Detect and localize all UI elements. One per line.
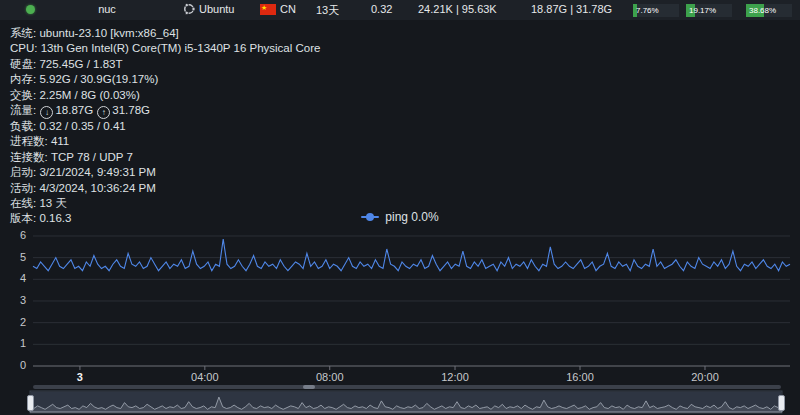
gauge-label: 19.17% (689, 4, 716, 17)
scrollbar-thumb[interactable] (303, 385, 315, 389)
data-zoom-navigator[interactable] (30, 391, 782, 413)
navigator-left-handle[interactable] (27, 395, 34, 411)
info-line: 启动: 3/21/2024, 9:49:31 PM (10, 165, 320, 180)
info-line: 流量: ↓18.87G ↑31.78G (10, 103, 320, 119)
info-line: 硬盘: 725.45G / 1.83T (10, 57, 320, 72)
connections-value: 24.21K | 95.63K (418, 3, 497, 15)
os-label: Ubuntu (199, 3, 234, 15)
x-axis-tick-label: 04:00 (175, 371, 235, 383)
info-line: 活动: 4/3/2024, 10:36:24 PM (10, 181, 320, 196)
chart-scrollbar[interactable] (33, 385, 781, 389)
chart-legend[interactable]: ping 0.0% (0, 210, 800, 224)
y-axis-tick-label: 6 (0, 229, 26, 241)
y-axis-tick-label: 0 (0, 359, 26, 371)
cpu-usage-gauge: 7.76% (633, 4, 679, 17)
host-name[interactable]: nuc (85, 3, 129, 15)
uptime-value: 13天 (316, 3, 339, 18)
x-axis-tick-label: 08:00 (300, 371, 360, 383)
circled-up-arrow-icon: ↑ (97, 106, 110, 119)
y-axis-tick-label: 5 (0, 251, 26, 263)
server-status-topbar: nuc Ubuntu ★ CN 13天 0.32 24.21K | 95.63K… (0, 0, 800, 20)
memory-usage-gauge: 19.17% (686, 4, 732, 17)
info-line: 交换: 2.25M / 8G (0.03%) (10, 88, 320, 103)
info-line: 系统: ubuntu-23.10 [kvm:x86_64] (10, 26, 320, 41)
disk-usage-gauge: 38.68% (746, 4, 792, 17)
x-axis-tick-label: 3 (50, 371, 110, 383)
x-axis-tick-label: 16:00 (550, 371, 610, 383)
y-axis-tick-label: 1 (0, 337, 26, 349)
info-line: 负载: 0.32 / 0.35 / 0.41 (10, 119, 320, 134)
info-line: 内存: 5.92G / 30.9G(19.17%) (10, 72, 320, 87)
info-line: 进程数: 411 (10, 134, 320, 149)
circled-down-arrow-icon: ↓ (40, 106, 53, 119)
navigator-right-handle[interactable] (778, 395, 785, 411)
x-axis-tick-label: 12:00 (425, 371, 485, 383)
location-label: CN (280, 3, 296, 15)
y-axis-tick-label: 2 (0, 316, 26, 328)
y-axis-tick-label: 4 (0, 272, 26, 284)
x-axis-tick-label: 20:00 (675, 371, 735, 383)
os-indicator: Ubuntu (183, 3, 234, 15)
line-series-marker-icon (361, 212, 379, 222)
y-axis-tick-label: 3 (0, 294, 26, 306)
info-line: CPU: 13th Gen Intel(R) Core(TM) i5-1340P… (10, 41, 320, 56)
gauge-label: 38.68% (749, 4, 776, 17)
traffic-value: 18.87G | 31.78G (531, 3, 612, 15)
chart-plot-area[interactable] (33, 228, 790, 366)
location-indicator: ★ CN (260, 3, 296, 15)
load-value: 0.32 (371, 3, 392, 15)
legend-label: ping 0.0% (385, 210, 438, 224)
info-line: 连接数: TCP 78 / UDP 7 (10, 150, 320, 165)
gauge-label: 7.76% (636, 4, 659, 17)
system-info-panel: 系统: ubuntu-23.10 [kvm:x86_64]CPU: 13th G… (10, 26, 320, 227)
cn-flag-icon: ★ (260, 4, 276, 15)
ubuntu-logo-icon (183, 3, 195, 15)
online-status-dot-icon (26, 5, 35, 14)
